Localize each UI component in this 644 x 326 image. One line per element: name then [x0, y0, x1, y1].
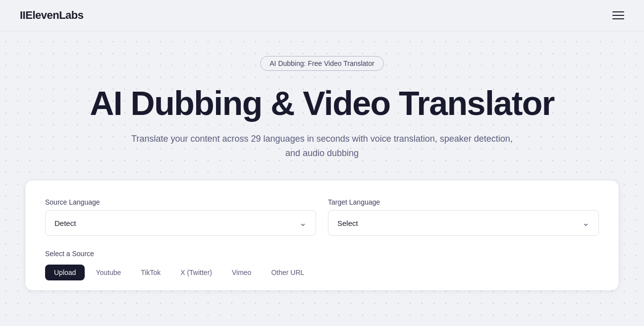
tab-tiktok[interactable]: TikTok	[132, 265, 169, 280]
tab-vimeo[interactable]: Vimeo	[223, 265, 260, 280]
hamburger-line-2	[612, 15, 624, 16]
tab-twitter[interactable]: X (Twitter)	[171, 265, 221, 280]
badge-text: AI Dubbing: Free Video Translator	[269, 59, 374, 67]
hero-title: AI Dubbing & Video Translator	[90, 85, 554, 122]
form-card: Source Language Detect ⌄ Target Language…	[25, 180, 619, 291]
hamburger-line-1	[612, 11, 624, 12]
header: IIElevenLabs	[0, 0, 644, 31]
target-language-select[interactable]: Select ⌄	[328, 210, 599, 236]
tab-youtube[interactable]: Youtube	[87, 265, 130, 280]
target-language-label: Target Language	[328, 198, 599, 206]
hamburger-line-3	[612, 18, 624, 19]
language-row: Source Language Detect ⌄ Target Language…	[45, 198, 599, 236]
tab-upload[interactable]: Upload	[45, 265, 85, 280]
target-language-group: Target Language Select ⌄	[328, 198, 599, 236]
source-section-label: Select a Source	[45, 250, 599, 258]
source-language-value: Detect	[54, 219, 76, 227]
source-tabs: UploadYoutubeTikTokX (Twitter)VimeoOther…	[45, 265, 599, 290]
source-language-select[interactable]: Detect ⌄	[45, 210, 316, 236]
logo[interactable]: IIElevenLabs	[20, 9, 84, 22]
target-language-value: Select	[337, 219, 358, 227]
tab-other[interactable]: Other URL	[262, 265, 313, 280]
source-language-chevron-down-icon: ⌄	[299, 217, 307, 228]
hero-badge: AI Dubbing: Free Video Translator	[260, 56, 383, 71]
main-content: AI Dubbing: Free Video Translator AI Dub…	[0, 31, 644, 291]
source-language-group: Source Language Detect ⌄	[45, 198, 316, 236]
hero-subtitle: Translate your content across 29 languag…	[124, 132, 520, 161]
source-language-label: Source Language	[45, 198, 316, 206]
hamburger-menu-icon[interactable]	[612, 11, 624, 19]
target-language-chevron-down-icon: ⌄	[582, 217, 590, 228]
source-section: Select a Source UploadYoutubeTikTokX (Tw…	[45, 250, 599, 290]
